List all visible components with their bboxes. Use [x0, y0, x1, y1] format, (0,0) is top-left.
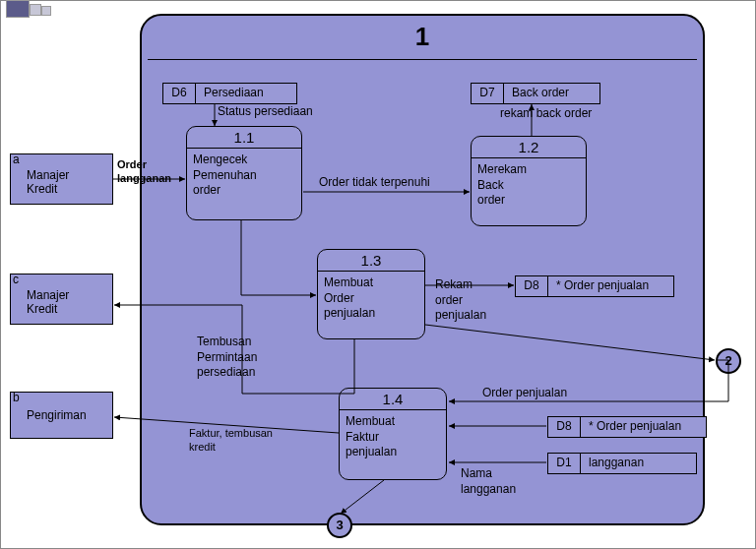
process-1-3: 1.3 Membuat Order penjualan — [317, 249, 425, 339]
datastore-id: D1 — [548, 454, 581, 473]
flow-label-order-tidak: Order tidak terpenuhi — [319, 175, 430, 191]
process-name: Membuat Order penjualan — [318, 272, 424, 326]
process-id: 1.4 — [340, 389, 446, 410]
external-entity-c: c Manajer Kredit — [10, 274, 113, 325]
datastore-d1: D1 langganan — [547, 453, 697, 474]
flow-label-order-penjualan: Order penjualan — [482, 386, 567, 401]
slide-decoration — [6, 0, 104, 18]
datastore-name: Back order — [504, 84, 577, 103]
process-name: Merekam Back order — [472, 158, 586, 213]
process-id: 1.2 — [472, 137, 586, 158]
datastore-name: Persediaan — [196, 84, 272, 103]
connector-3: 3 — [327, 513, 352, 538]
process-1-4: 1.4 Membuat Faktur penjualan — [339, 388, 447, 480]
process-1-2: 1.2 Merekam Back order — [471, 136, 587, 226]
datastore-name: langganan — [581, 454, 652, 473]
flow-label-nama-langganan: Nama langganan — [461, 466, 516, 497]
datastore-d6: D6 Persediaan — [162, 83, 297, 104]
datastore-d8b: D8 * Order penjualan — [547, 416, 707, 438]
flow-label-rekam-back-order: rekam back order — [500, 106, 592, 122]
main-process-id: 1 — [415, 22, 429, 52]
datastore-d8a: D8 * Order penjualan — [515, 275, 674, 297]
datastore-id: D8 — [548, 417, 581, 437]
entity-name: Manajer Kredit — [27, 288, 106, 316]
datastore-id: D6 — [163, 84, 196, 103]
connector-2: 2 — [716, 348, 741, 374]
entity-letter: c — [13, 273, 19, 286]
datastore-id: D8 — [516, 276, 548, 296]
entity-name: Manajer Kredit — [27, 168, 106, 196]
title-divider — [148, 59, 697, 60]
datastore-name: * Order penjualan — [548, 276, 657, 296]
datastore-d7: D7 Back order — [471, 83, 600, 104]
flow-label-status-persediaan: Status persediaan — [218, 104, 313, 120]
entity-letter: b — [13, 391, 20, 404]
process-name: Mengecek Pemenuhan order — [187, 149, 301, 203]
process-id: 1.3 — [318, 250, 424, 272]
flow-label-order-langganan: Order langganan — [117, 157, 171, 186]
process-1-1: 1.1 Mengecek Pemenuhan order — [186, 126, 302, 220]
entity-name: Pengiriman — [27, 408, 106, 422]
flow-label-faktur: Faktur, tembusan kredit — [189, 426, 273, 455]
flow-label-rekam-order-penj: Rekam order penjualan — [435, 277, 486, 324]
process-id: 1.1 — [187, 127, 301, 149]
flow-label-tembusan: Tembusan Permintaan persediaan — [197, 335, 257, 381]
entity-letter: a — [13, 152, 20, 166]
datastore-name: * Order penjualan — [581, 417, 689, 437]
external-entity-a: a Manajer Kredit — [10, 153, 113, 205]
process-name: Membuat Faktur penjualan — [340, 410, 446, 464]
external-entity-b: b Pengiriman — [10, 392, 113, 439]
datastore-id: D7 — [472, 84, 504, 103]
